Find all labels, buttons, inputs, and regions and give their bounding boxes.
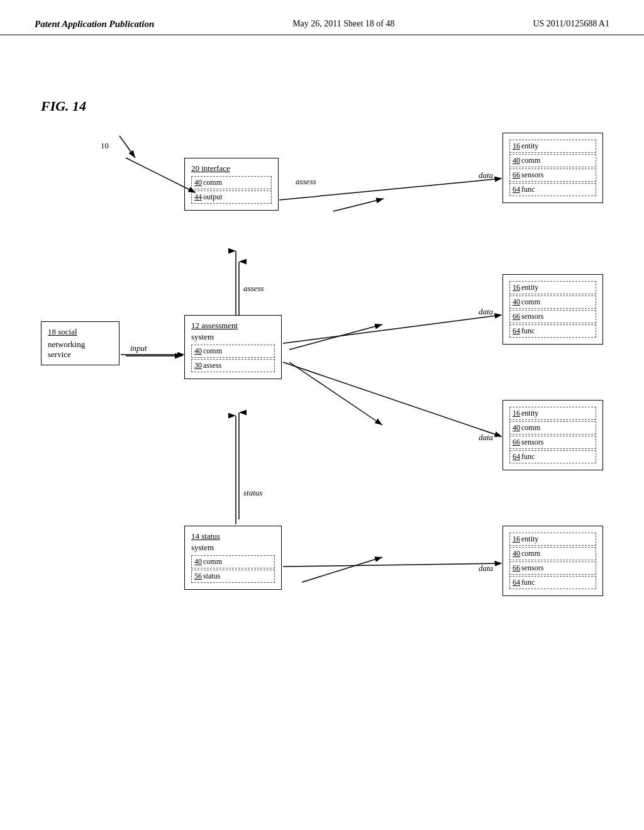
svg-line-4 xyxy=(333,199,384,211)
entity-box-1: 16 entity 40 comm 66 sensors 64 func xyxy=(502,133,603,203)
entity3-comm-row: 40 comm xyxy=(509,421,596,434)
interface-comm-row: 40 comm xyxy=(191,176,272,189)
social-line2: networking xyxy=(48,340,113,350)
figure-label: FIG. 14 xyxy=(41,98,86,114)
entity-box-3: 16 entity 40 comm 66 sensors 64 func xyxy=(502,400,603,470)
social-line3: service xyxy=(48,350,113,360)
svg-line-8 xyxy=(302,557,382,582)
entity2-func-row: 64 func xyxy=(509,324,596,338)
entity4-func-row: 64 func xyxy=(509,576,596,589)
assessment-subtitle: system xyxy=(191,332,275,342)
svg-line-9 xyxy=(119,136,135,158)
status-box: 14 status system 40 comm 56 status xyxy=(184,526,282,590)
data-label-1: data xyxy=(479,170,493,180)
svg-line-18 xyxy=(283,315,501,343)
status-title: 14 status xyxy=(191,531,220,541)
publication-title: Patent Application Publication xyxy=(35,19,154,30)
sheet-info: May 26, 2011 Sheet 18 of 48 xyxy=(292,19,394,29)
svg-line-21 xyxy=(283,563,501,567)
entity3-entity-row: 16 entity xyxy=(509,407,596,420)
patent-number: US 2011/0125688 A1 xyxy=(533,19,609,29)
interface-output-row: 44 output xyxy=(191,191,272,204)
figure-area: FIG. 14 10 18 social networking service … xyxy=(0,35,644,821)
entity3-sensors-row: 66 sensors xyxy=(509,436,596,449)
entity4-comm-row: 40 comm xyxy=(509,547,596,560)
entity4-entity-row: 16 entity xyxy=(509,533,596,546)
entity2-entity-row: 16 entity xyxy=(509,281,596,294)
assessment-assess-row: 30 assess xyxy=(191,359,275,372)
assessment-title: 12 assessment xyxy=(191,321,238,330)
entity-box-4: 16 entity 40 comm 66 sensors 64 func xyxy=(502,526,603,596)
entity-box-2: 16 entity 40 comm 66 sensors 64 func xyxy=(502,274,603,345)
assessment-comm-row: 40 comm xyxy=(191,345,275,358)
entity3-func-row: 64 func xyxy=(509,450,596,463)
arrow-label-assess-right: assess xyxy=(296,177,316,187)
status-status-row: 56 status xyxy=(191,570,275,583)
entity1-entity-row: 16 entity xyxy=(509,140,596,153)
svg-line-19 xyxy=(283,362,501,436)
interface-box: 20 interface 40 comm 44 output xyxy=(184,158,279,211)
arrow-label-status: status xyxy=(243,488,262,498)
arrow-label-assess-up: assess xyxy=(243,284,264,294)
assessment-box: 12 assessment system 40 comm 30 assess xyxy=(184,315,282,379)
arrow-label-input: input xyxy=(130,343,147,353)
entity1-func-row: 64 func xyxy=(509,183,596,196)
page-header: Patent Application Publication May 26, 2… xyxy=(0,0,644,35)
entity2-comm-row: 40 comm xyxy=(509,296,596,309)
status-subtitle: system xyxy=(191,543,275,553)
social-title: 18 social xyxy=(48,327,113,337)
entity2-sensors-row: 66 sensors xyxy=(509,310,596,323)
data-label-4: data xyxy=(479,563,493,573)
status-comm-row: 40 comm xyxy=(191,555,275,568)
entity4-sensors-row: 66 sensors xyxy=(509,562,596,575)
ref-arrow-10 xyxy=(107,133,145,164)
interface-title: 20 interface xyxy=(191,163,230,173)
data-label-2: data xyxy=(479,307,493,317)
entity1-comm-row: 40 comm xyxy=(509,154,596,167)
svg-line-5 xyxy=(289,324,382,350)
social-box: 18 social networking service xyxy=(41,321,119,365)
entity1-sensors-row: 66 sensors xyxy=(509,169,596,182)
data-label-3: data xyxy=(479,433,493,443)
svg-line-6 xyxy=(289,362,382,425)
